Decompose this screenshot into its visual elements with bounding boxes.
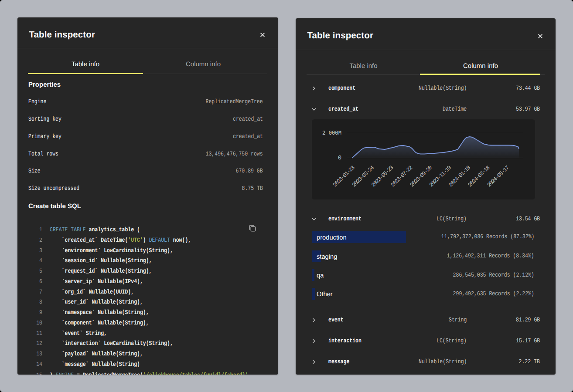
svg-text:0: 0 — [338, 155, 341, 162]
svg-text:2 000M: 2 000M — [322, 130, 341, 137]
